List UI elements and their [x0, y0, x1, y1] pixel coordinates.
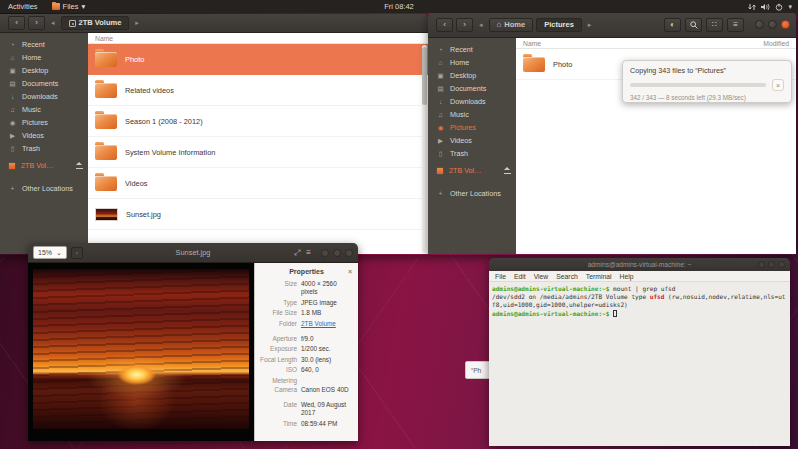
sidebar-item-pictures[interactable]: ◉Pictures [428, 121, 516, 134]
file-name: Photo [553, 60, 572, 69]
sidebar-item-recent[interactable]: ◔Recent [0, 38, 88, 51]
sidebar-item-trash[interactable]: ▯Trash [428, 147, 516, 160]
output-text: (rw,nosuid,nodev,relatime,nls=ut [664, 293, 785, 300]
path-tab-2tb-volume[interactable]: 2TB Volume [61, 16, 130, 30]
forward-button[interactable]: › [28, 16, 45, 30]
zoom-dropdown[interactable]: 15% ⌄ [33, 246, 67, 259]
operations-progress-button[interactable]: ◐ [664, 18, 681, 32]
app-menu[interactable]: Files ▾ [46, 2, 92, 11]
sidebar-item-other-locations[interactable]: +Other Locations [428, 187, 516, 200]
column-name[interactable]: Name [95, 35, 113, 42]
clock[interactable]: Fri 08:42 [0, 2, 798, 11]
terminal-titlebar[interactable]: admins@admins-virtual-machine: ~ [489, 258, 790, 271]
sidebar-item-downloads[interactable]: ↓Downloads [428, 95, 516, 108]
menu-search[interactable]: Search [556, 273, 578, 280]
cancel-copy-button[interactable]: × [772, 79, 784, 91]
path-scroll-right-icon[interactable]: ▸ [132, 19, 142, 27]
path-scroll-left-icon[interactable]: ◂ [48, 19, 58, 27]
power-icon [775, 3, 783, 11]
property-row: Metering [259, 377, 354, 384]
sidebar-item-other-locations[interactable]: +Other Locations [0, 182, 88, 195]
menu-view[interactable]: View [534, 273, 549, 280]
grid-view-button[interactable]: ∷ [706, 18, 723, 32]
path-tab-home[interactable]: ⌂ Home [489, 18, 534, 32]
sidebar-item-desktop[interactable]: ▣Desktop [0, 64, 88, 77]
sidebar-item-pictures[interactable]: ◉Pictures [0, 116, 88, 129]
eject-icon[interactable] [503, 167, 512, 174]
document-icon: ▤ [8, 80, 17, 88]
sidebar-item-desktop[interactable]: ▣Desktop [428, 69, 516, 82]
column-headers[interactable]: Name Modified [516, 38, 796, 49]
sidebar-item-music[interactable]: ♫Music [428, 108, 516, 121]
sidebar-item-2tb-volume[interactable]: 2TB Vol… [428, 164, 516, 177]
minimize-button[interactable] [321, 249, 329, 257]
camera-icon: ◉ [8, 119, 17, 127]
close-button[interactable] [345, 249, 353, 257]
sidebar-item-videos[interactable]: ▶Videos [0, 129, 88, 142]
property-row: ISO640, 0 [259, 366, 354, 374]
terminal-output[interactable]: admins@admins-virtual-machine:~$ mount |… [489, 282, 790, 446]
sidebar-item-label: 2TB Vol… [21, 161, 53, 170]
files-app-icon [52, 3, 60, 10]
best-fit-button[interactable]: ▫ [71, 247, 83, 259]
property-label: Date [259, 401, 297, 417]
sidebar-item-videos[interactable]: ▶Videos [428, 134, 516, 147]
path-tab-pictures[interactable]: Pictures [536, 18, 582, 32]
maximize-button[interactable] [768, 20, 777, 29]
sidebar-item-home[interactable]: ⌂Home [428, 56, 516, 69]
folder-link[interactable]: 2TB Volume [301, 320, 354, 328]
forward-button[interactable]: › [456, 18, 473, 32]
maximize-button[interactable] [768, 261, 775, 268]
scrollbar[interactable] [422, 45, 427, 253]
folder-icon [95, 114, 117, 129]
search-button[interactable] [685, 18, 702, 32]
headerbar-icons: ◐ ∷ ≡ [664, 18, 744, 32]
system-tray[interactable]: ▾ [748, 3, 798, 11]
sidebar: ◔Recent ⌂Home ▣Desktop ▤Documents ↓Downl… [0, 33, 88, 254]
trash-icon: ▯ [8, 145, 17, 153]
music-icon: ♫ [8, 106, 17, 113]
path-scroll-right-icon[interactable]: ▸ [585, 21, 595, 29]
sidebar-item-documents[interactable]: ▤Documents [428, 82, 516, 95]
menu-edit[interactable]: Edit [514, 273, 526, 280]
menu-help[interactable]: Help [620, 273, 634, 280]
minimize-button[interactable] [758, 261, 765, 268]
column-headers[interactable]: Name [88, 33, 428, 44]
back-button[interactable]: ‹ [8, 16, 25, 30]
maximize-button[interactable] [333, 249, 341, 257]
sidebar-item-documents[interactable]: ▤Documents [0, 77, 88, 90]
eject-icon[interactable] [75, 162, 84, 169]
menu-file[interactable]: File [495, 273, 506, 280]
sidebar-item-home[interactable]: ⌂Home [0, 51, 88, 64]
file-row-season-1[interactable]: Season 1 (2008 - 2012) [88, 106, 428, 137]
file-row-photo[interactable]: Photo [88, 44, 428, 75]
sidebar-item-label: Home [450, 58, 469, 67]
sidebar-item-music[interactable]: ♫Music [0, 103, 88, 116]
sidebar-item-downloads[interactable]: ↓Downloads [0, 90, 88, 103]
file-row-sunset-jpg[interactable]: Sunset.jpg [88, 199, 428, 230]
file-name: Sunset.jpg [126, 210, 161, 219]
menu-icon[interactable]: ≡ [306, 248, 311, 257]
path-scroll-left-icon[interactable]: ◂ [476, 21, 486, 29]
menu-terminal[interactable]: Terminal [586, 273, 612, 280]
sidebar-item-trash[interactable]: ▯Trash [0, 142, 88, 155]
file-row-related-videos[interactable]: Related videos [88, 75, 428, 106]
file-row-videos[interactable]: Videos [88, 168, 428, 199]
sidebar-item-recent[interactable]: ◔Recent [428, 43, 516, 56]
activities-button[interactable]: Activities [0, 2, 46, 11]
sidebar-item-2tb-volume[interactable]: 2TB Vol… [0, 159, 88, 172]
close-button[interactable] [778, 261, 785, 268]
minimize-button[interactable] [755, 20, 764, 29]
column-modified[interactable]: Modified [763, 40, 789, 47]
list-menu-button[interactable]: ≡ [727, 18, 744, 32]
scrollbar-thumb[interactable] [422, 47, 427, 105]
file-list: Name Photo Related videos Season 1 (2008… [88, 33, 428, 254]
fullscreen-icon[interactable]: ⤢ [294, 248, 300, 258]
file-row-system-volume-information[interactable]: System Volume Information [88, 137, 428, 168]
back-button[interactable]: ‹ [436, 18, 453, 32]
close-icon[interactable]: × [348, 268, 352, 275]
output-text: /dev/sdd2 on /media/admins/2TB Volume ty… [492, 293, 650, 300]
column-name[interactable]: Name [523, 40, 541, 47]
desktop-icon: ▣ [436, 72, 445, 80]
close-button[interactable] [781, 20, 790, 29]
